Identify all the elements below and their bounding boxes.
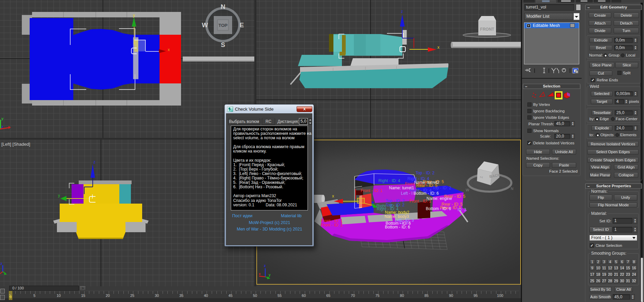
svg-text:z: z — [0, 261, 2, 266]
svg-text:W: W — [202, 21, 208, 29]
svg-text:z: z — [93, 160, 95, 164]
svg-text:S: S — [221, 41, 225, 48]
svg-text:x: x — [168, 47, 170, 52]
svg-text:x: x — [437, 45, 439, 50]
svg-text:x: x — [259, 272, 261, 276]
svg-text:y: y — [58, 193, 60, 198]
svg-text:z: z — [401, 9, 403, 14]
svg-text:W: W — [466, 188, 469, 192]
svg-text:x: x — [332, 194, 334, 198]
svg-text:N: N — [221, 3, 225, 10]
svg-text:y: y — [133, 13, 135, 18]
svg-text:TOP: TOP — [219, 23, 228, 28]
svg-text:y: y — [1, 116, 4, 121]
svg-text:y: y — [269, 273, 271, 277]
svg-text:FRONT: FRONT — [480, 27, 494, 32]
svg-text:E: E — [240, 21, 244, 29]
svg-text:z: z — [264, 264, 266, 268]
svg-text:z: z — [1, 125, 3, 129]
svg-text:N: N — [511, 187, 513, 191]
